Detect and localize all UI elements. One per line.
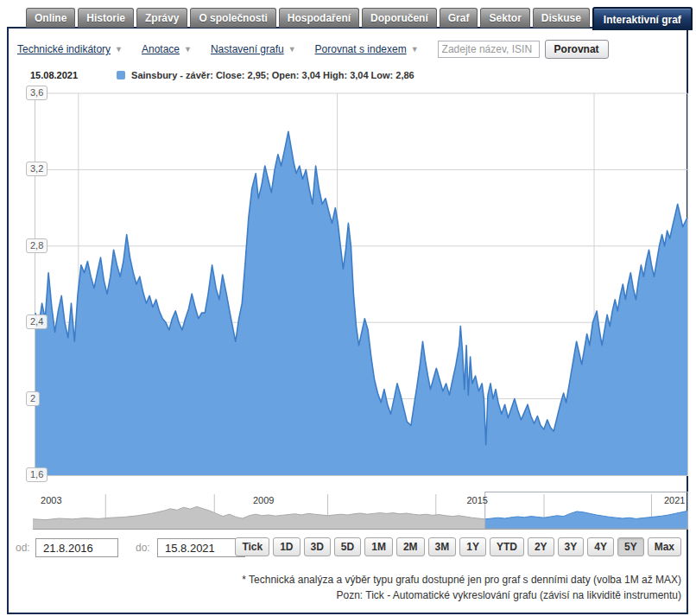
navigator-year-label: 2009 <box>253 495 274 505</box>
tab-o-spolecnosti[interactable]: O společnosti <box>190 8 275 28</box>
y-tick-label: 2,4 <box>26 314 47 329</box>
footnote-technical: * Technická analýza a výběr typu grafu d… <box>242 572 681 587</box>
price-area-chart[interactable] <box>35 91 688 477</box>
y-tick-label: 3,2 <box>26 162 47 176</box>
navigator-year-label: 2015 <box>466 495 487 505</box>
menu-nastaveni-grafu[interactable]: Nastavení grafu▼ <box>211 43 296 55</box>
range-button-tick[interactable]: Tick <box>235 537 269 556</box>
chart-toolbar: Technické indikátory▼Anotace▼Nastavení g… <box>17 38 609 60</box>
search-input[interactable] <box>438 41 540 58</box>
menu-technicke-indikatory[interactable]: Technické indikátory▼ <box>17 43 123 55</box>
menu-technicke-indikatory-label: Technické indikátory <box>17 43 111 55</box>
y-tick-label: 1,6 <box>26 467 47 482</box>
navigator-range-selector[interactable]: 2003200920152021 <box>33 492 688 530</box>
range-button-3d[interactable]: 3D <box>304 537 331 556</box>
to-label: do: <box>136 542 150 554</box>
menu-nastaveni-grafu-label: Nastavení grafu <box>211 43 284 55</box>
menu-anotace[interactable]: Anotace▼ <box>142 43 192 55</box>
menu-anotace-label: Anotace <box>142 43 180 55</box>
range-button-4y[interactable]: 4Y <box>587 537 614 556</box>
range-button-3m[interactable]: 3M <box>428 537 457 556</box>
price-area-fill <box>35 131 687 475</box>
y-tick-label: 2 <box>26 391 40 406</box>
tab-historie[interactable]: Historie <box>78 8 134 28</box>
compare-button[interactable]: Porovnat <box>545 40 609 59</box>
tab-doporuceni[interactable]: Doporučení <box>362 8 437 28</box>
tab-diskuse[interactable]: Diskuse <box>533 8 590 28</box>
range-button-2y[interactable]: 2Y <box>528 537 554 556</box>
chevron-down-icon: ▼ <box>184 45 192 54</box>
legend-series-label[interactable]: Sainsbury - závěr: Close: 2,95; Open: 3,… <box>131 70 414 80</box>
range-button-group: Tick1D3D5D1M2M3M1YYTD2Y3Y4Y5YMax <box>231 537 681 556</box>
chevron-down-icon: ▼ <box>288 45 296 54</box>
range-button-max[interactable]: Max <box>648 537 681 556</box>
navigator-area: 2003200920152021 <box>33 492 688 530</box>
main-chart-area: 3,63,22,82,421,6 <box>35 91 688 477</box>
tab-graf[interactable]: Graf <box>440 8 478 28</box>
tab-interaktivni-graf[interactable]: Interaktivní graf <box>592 7 693 30</box>
tab-sektor[interactable]: Sektor <box>480 8 529 28</box>
menu-porovnat-s-indexem-label: Porovnat s indexem <box>315 43 407 55</box>
chevron-down-icon: ▼ <box>115 45 123 54</box>
range-button-5y[interactable]: 5Y <box>617 537 644 556</box>
range-button-ytd[interactable]: YTD <box>490 537 524 556</box>
navigator-year-label: 2021 <box>664 495 685 505</box>
range-controls: od: do: Tick1D3D5D1M2M3M1YYTD2Y3Y4Y5YMax <box>9 537 687 559</box>
toolbar-menus: Technické indikátory▼Anotace▼Nastavení g… <box>17 43 438 55</box>
range-button-3y[interactable]: 3Y <box>558 537 585 556</box>
from-date-input[interactable] <box>35 538 118 557</box>
series-swatch-icon <box>117 71 125 79</box>
legend-date: 15.08.2021 <box>30 70 78 80</box>
menu-porovnat-s-indexem[interactable]: Porovnat s indexem▼ <box>315 43 419 55</box>
chart-legend: 15.08.2021 Sainsbury - závěr: Close: 2,9… <box>30 68 414 82</box>
range-button-2m[interactable]: 2M <box>396 537 425 556</box>
tab-zpravy[interactable]: Zprávy <box>136 8 187 28</box>
range-button-5d[interactable]: 5D <box>334 537 361 556</box>
footnotes: * Technická analýza a výběr typu grafu d… <box>242 572 681 603</box>
range-button-1m[interactable]: 1M <box>364 537 393 556</box>
range-button-1d[interactable]: 1D <box>273 537 300 556</box>
range-button-1y[interactable]: 1Y <box>459 537 486 556</box>
tab-hospodareni[interactable]: Hospodaření <box>279 8 359 28</box>
chevron-down-icon: ▼ <box>411 45 419 54</box>
tab-online[interactable]: Online <box>26 8 75 28</box>
navigator-year-label: 2003 <box>41 495 61 505</box>
footnote-tick: Pozn: Tick - Automatické vykreslování gr… <box>242 587 681 603</box>
content-panel: Technické indikátory▼Anotace▼Nastavení g… <box>7 27 688 614</box>
y-tick-label: 3,6 <box>26 86 47 100</box>
page: OnlineHistorieZprávyO společnostiHospoda… <box>0 0 696 616</box>
tab-bar: OnlineHistorieZprávyO společnostiHospoda… <box>26 3 695 28</box>
y-tick-label: 2,8 <box>26 238 47 253</box>
from-label: od: <box>16 542 30 554</box>
